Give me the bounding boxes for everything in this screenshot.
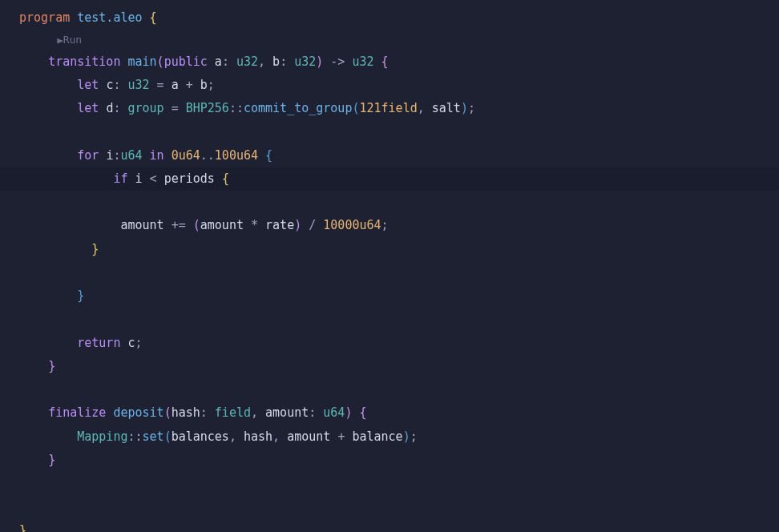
code-line[interactable]: } [0, 355, 779, 378]
code-line-empty[interactable] [0, 308, 779, 331]
less-than: < [150, 171, 157, 186]
type-group: group [127, 101, 163, 115]
class-bhp256: BHP256 [186, 101, 229, 115]
code-line[interactable]: return c; [0, 332, 779, 355]
paren-open: ( [164, 429, 172, 444]
equals: = [157, 78, 164, 92]
code-line[interactable]: } [0, 449, 779, 472]
fn-set: set [143, 429, 164, 444]
class-mapping: Mapping [77, 429, 127, 444]
var-amount: amount [200, 218, 244, 232]
keyword-return: return [77, 336, 120, 350]
var-hash: hash [244, 429, 272, 444]
code-line[interactable]: finalize deposit(hash: field, amount: u6… [0, 401, 779, 425]
keyword-in: in [150, 148, 164, 163]
var-a: a [172, 78, 179, 92]
code-line-empty[interactable] [0, 378, 779, 401]
code-line-empty[interactable] [0, 495, 779, 518]
keyword-program: program [19, 10, 70, 25]
arrow: -> [330, 54, 345, 69]
literal-field: 121field [359, 101, 417, 115]
brace-close: } [48, 359, 55, 373]
comma: , [418, 101, 425, 115]
keyword-public: public [164, 54, 208, 69]
code-editor[interactable]: program test.aleo { ▶Run transition main… [0, 0, 779, 532]
code-line[interactable]: amount += (amount * rate) / 10000u64; [0, 214, 779, 237]
codelens-run-label: Run [63, 34, 82, 46]
code-line-empty[interactable] [0, 191, 779, 214]
paren-open: ( [164, 405, 172, 420]
type-u32: u32 [294, 54, 316, 69]
var-c: c [127, 336, 135, 350]
keyword-transition: transition [48, 54, 120, 69]
var-amount: amount [120, 218, 163, 232]
type-field: field [215, 405, 251, 420]
paren-open: ( [193, 218, 200, 232]
var-i: i [135, 171, 143, 186]
code-line[interactable]: let d: group = BHP256::commit_to_group(1… [0, 97, 779, 120]
literal-0u64: 0u64 [172, 148, 200, 163]
colon: : [113, 101, 120, 115]
literal-10000u64: 10000u64 [323, 218, 381, 232]
brace-open: { [265, 148, 272, 163]
paren-close: ) [345, 405, 352, 420]
code-line[interactable]: Mapping::set(balances, hash, amount + ba… [0, 425, 779, 449]
var-amount: amount [287, 429, 330, 444]
semicolon: ; [381, 218, 389, 232]
plus-equals: += [172, 218, 186, 232]
fn-deposit: deposit [113, 405, 163, 420]
colon: : [309, 405, 316, 420]
keyword-let: let [77, 78, 99, 92]
play-icon: ▶ [57, 32, 63, 49]
comma: , [272, 429, 280, 444]
var-balances: balances [172, 429, 229, 444]
comma: , [251, 405, 258, 420]
semicolon: ; [468, 101, 475, 115]
plus: + [186, 78, 193, 92]
type-u64: u64 [323, 405, 345, 420]
code-line[interactable]: transition main(public a: u32, b: u32) -… [0, 50, 779, 74]
divide: / [309, 218, 316, 232]
semicolon: ; [135, 336, 143, 350]
brace-close: } [77, 288, 84, 303]
code-line-empty[interactable] [0, 472, 779, 495]
brace-close: } [91, 242, 99, 256]
fn-commit: commit_to_group [244, 101, 352, 115]
equals: = [172, 101, 179, 115]
code-line-highlighted[interactable]: if i < periods { [0, 167, 779, 191]
param-b: b [272, 54, 280, 69]
var-rate: rate [265, 218, 294, 232]
brace-close: } [48, 453, 55, 467]
param-amount: amount [265, 405, 309, 420]
var-salt: salt [432, 101, 461, 115]
type-u32: u32 [352, 54, 373, 69]
multiply: * [251, 218, 258, 232]
double-colon: :: [127, 429, 142, 444]
code-line[interactable]: } [0, 519, 779, 532]
code-line-empty[interactable] [0, 120, 779, 143]
type-u64: u64 [120, 148, 142, 163]
codelens-run[interactable]: ▶Run [0, 30, 779, 50]
fn-main: main [127, 54, 156, 69]
code-line[interactable]: program test.aleo { [0, 6, 779, 30]
double-colon: :: [229, 101, 244, 115]
range: .. [200, 148, 215, 163]
paren-close: ) [403, 429, 410, 444]
brace-open: { [381, 54, 389, 69]
paren-close: ) [294, 218, 301, 232]
code-line[interactable]: } [0, 238, 779, 261]
keyword-let: let [77, 101, 99, 115]
type-u32: u32 [127, 78, 149, 92]
code-line[interactable]: } [0, 284, 779, 308]
var-b: b [200, 78, 208, 92]
brace-open: { [150, 10, 157, 25]
code-line[interactable]: for i:u64 in 0u64..100u64 { [0, 144, 779, 167]
colon: : [113, 78, 120, 92]
program-name: test.aleo [77, 10, 142, 25]
code-line[interactable]: let c: u32 = a + b; [0, 74, 779, 97]
keyword-if: if [113, 171, 127, 186]
paren-open: ( [157, 54, 164, 69]
code-line-empty[interactable] [0, 261, 779, 284]
semicolon: ; [410, 429, 418, 444]
param-hash: hash [172, 405, 200, 420]
